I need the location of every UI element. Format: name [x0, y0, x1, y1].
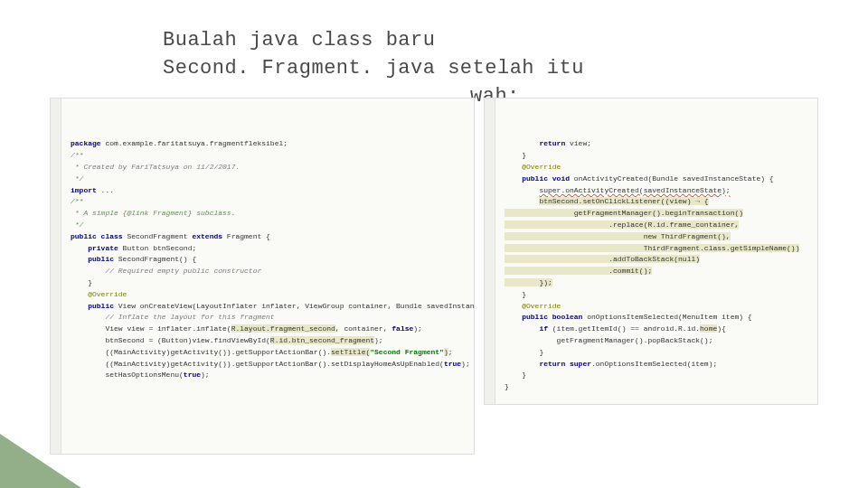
code-right-content: return view; } @Override public void onA… — [505, 138, 810, 393]
code-left-content: package com.example.faritatsuya.fragment… — [71, 138, 467, 381]
editor-gutter — [51, 99, 61, 454]
code-panel-right: return view; } @Override public void onA… — [484, 98, 818, 405]
editor-gutter — [485, 99, 495, 404]
heading-line-2: Second. Fragment. java setelah itu — [163, 55, 584, 83]
heading-line-1: Bualah java class baru — [163, 27, 584, 55]
slide-heading: Bualah java class baru Second. Fragment.… — [163, 27, 584, 83]
code-panel-left: package com.example.faritatsuya.fragment… — [50, 98, 475, 455]
